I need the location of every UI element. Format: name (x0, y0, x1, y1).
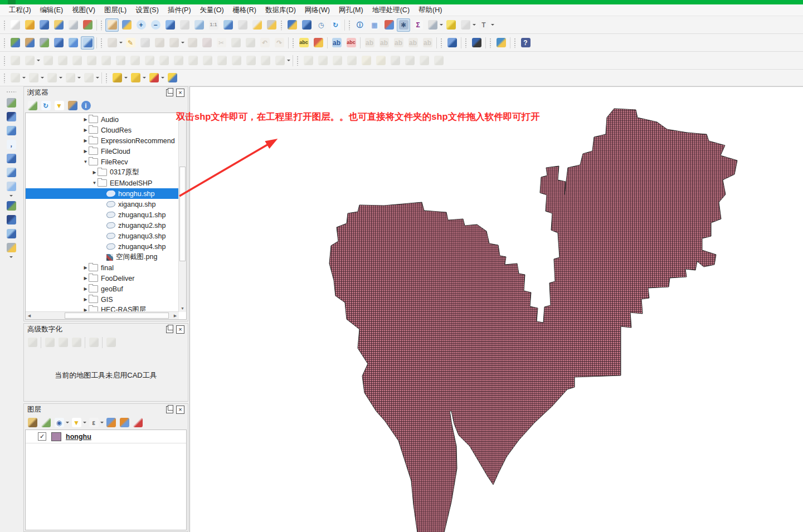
zoom-to-layer-icon[interactable] (192, 18, 206, 32)
offset-curve-icon[interactable] (143, 54, 156, 67)
current-edits-icon[interactable] (105, 36, 119, 50)
change-label-properties-icon[interactable]: ab (406, 36, 420, 50)
add-line-layer-icon[interactable] (52, 36, 65, 50)
add-layer-group-icon[interactable] (23, 36, 36, 50)
add-wfs-layer-icon[interactable] (4, 227, 18, 240)
tree-item-expressionrecommend[interactable]: ▶ExpressionRecommend (26, 135, 178, 146)
zoom-in-icon[interactable]: + (134, 18, 148, 32)
delete-selected-icon[interactable] (200, 36, 213, 50)
measure-line-dropdown-icon[interactable] (440, 24, 443, 27)
trim-extend-icon[interactable] (273, 54, 286, 67)
new-bookmark-icon[interactable] (285, 18, 299, 32)
toolbar-grip[interactable] (3, 73, 6, 83)
add-circular-string-icon[interactable] (8, 71, 22, 85)
add-regular-polygon-dropdown-icon[interactable] (96, 77, 99, 80)
move-label-icon[interactable]: ab (377, 36, 391, 50)
tree-item-zhuganqu4-shp[interactable]: zhuganqu4.shp (26, 241, 178, 252)
add-vector-layer-icon[interactable] (37, 36, 51, 50)
layer-labeling-icon[interactable]: abc (297, 36, 310, 50)
select-features-by-value-icon[interactable] (129, 71, 142, 85)
identify-features-icon[interactable]: ⓘ (353, 18, 367, 32)
tree-item-audio[interactable]: ▶Audio (26, 114, 178, 125)
zoom-out-icon[interactable]: − (149, 18, 162, 32)
manage-map-themes-dropdown-icon[interactable] (66, 422, 69, 425)
perpendicular-constraint-icon[interactable] (70, 336, 82, 349)
save-project-icon[interactable] (37, 18, 51, 32)
rotate-feature-icon[interactable] (41, 54, 55, 67)
pan-to-selection-icon[interactable] (120, 18, 133, 32)
local-histogram-stretch-icon[interactable] (301, 54, 315, 67)
add-group-icon[interactable] (40, 417, 52, 429)
add-mesh-layer-icon[interactable] (66, 36, 80, 50)
show-bookmarks-icon[interactable] (300, 18, 313, 32)
copy-features-icon[interactable] (229, 36, 242, 50)
menu-h[interactable]: 帮助(H) (414, 4, 446, 16)
open-project-icon[interactable] (23, 18, 36, 32)
diagram-tool-icon[interactable]: ab (421, 36, 434, 50)
float-panel-icon[interactable] (166, 89, 173, 96)
layer-definition-icon[interactable] (81, 36, 94, 50)
tree-item-final[interactable]: ▶final (26, 262, 178, 273)
toolbar-grip[interactable] (280, 20, 283, 30)
add-regular-polygon-icon[interactable] (82, 71, 95, 85)
scrollbar-thumb[interactable] (179, 167, 186, 261)
cut-features-icon[interactable]: ✂ (215, 36, 228, 50)
rotate-label-icon[interactable]: ab (392, 36, 405, 50)
add-mesh-layer-icon[interactable] (4, 124, 18, 137)
style-manager-icon[interactable] (66, 18, 80, 32)
tree-item-zhuganqu1-shp[interactable]: zhuganqu1.shp (26, 209, 178, 220)
redo-icon[interactable]: ↷ (272, 36, 286, 50)
scroll-down-icon[interactable]: ▼ (179, 305, 186, 312)
statistical-summary-icon[interactable] (382, 18, 396, 32)
toolbar-grip[interactable] (6, 91, 16, 94)
vertex-tool-icon[interactable] (167, 36, 181, 50)
refresh-map-icon[interactable]: ↻ (329, 18, 342, 32)
add-delimited-text-layer-icon[interactable]: ， (4, 138, 18, 151)
menu-j[interactable]: 工程(J) (4, 4, 36, 16)
expander-icon[interactable]: ▶ (82, 138, 89, 143)
rotate-point-symbols-icon[interactable] (230, 54, 243, 67)
construction-guides-icon[interactable] (105, 336, 117, 349)
manage-map-themes-icon[interactable]: ◉ (53, 417, 65, 429)
toolbar-grip[interactable] (3, 20, 6, 30)
close-panel-icon[interactable]: × (176, 406, 184, 414)
attribute-table-icon[interactable]: ▦ (368, 18, 381, 32)
toolbar-grip[interactable] (3, 56, 6, 66)
float-panel-icon[interactable] (166, 406, 173, 413)
toggle-editing-icon[interactable]: ✎ (124, 36, 137, 50)
expander-icon[interactable]: ▶ (82, 128, 89, 133)
toolbar-grip[interactable] (105, 73, 108, 83)
layer-name[interactable]: honghu (66, 433, 91, 441)
map-canvas[interactable] (189, 86, 803, 532)
layer-visibility-checkbox[interactable]: ✓ (38, 432, 46, 441)
python-console-icon[interactable] (494, 36, 508, 50)
deselect-features-dropdown-icon[interactable] (161, 77, 164, 80)
toolbar-grip[interactable] (440, 38, 443, 48)
toolbar-grip[interactable] (100, 38, 103, 48)
tree-item-filecloud[interactable]: ▶FileCloud (26, 146, 178, 157)
expand-all-layers-icon[interactable] (105, 417, 117, 429)
menu-v[interactable]: 视图(V) (67, 4, 100, 16)
digitize-with-segment-icon[interactable] (8, 54, 22, 67)
expander-icon[interactable]: ▼ (91, 180, 98, 186)
toolbar-grip[interactable] (514, 38, 517, 48)
new-annotation-icon[interactable] (153, 36, 166, 50)
tree-item-zhuganqu3-shp[interactable]: zhuganqu3.shp (26, 231, 178, 241)
decrease-gamma-icon[interactable] (432, 54, 445, 67)
expander-icon[interactable]: ▶ (82, 149, 89, 154)
expander-icon[interactable]: ▶ (82, 286, 89, 291)
menu-c[interactable]: 地理处理(C) (368, 4, 414, 16)
paste-features-icon[interactable] (244, 36, 257, 50)
expander-icon[interactable]: ▶ (91, 170, 98, 175)
layer-item-honghu[interactable]: ✓ honghu (26, 430, 186, 443)
toolbar-grip[interactable] (465, 38, 468, 48)
zoom-full-icon[interactable] (163, 18, 177, 32)
pin-labels-icon[interactable]: ab (330, 36, 343, 50)
horizontal-scrollbar[interactable]: ◀ ▶ (26, 311, 179, 319)
select-by-location-icon[interactable] (166, 71, 179, 85)
menu-r[interactable]: 栅格(R) (228, 4, 261, 16)
menu-s[interactable]: 设置(S) (131, 4, 163, 16)
full-histogram-stretch-icon[interactable] (316, 54, 329, 67)
add-wcs-layer-icon[interactable] (4, 213, 18, 226)
add-raster-layer-icon[interactable] (4, 110, 18, 123)
